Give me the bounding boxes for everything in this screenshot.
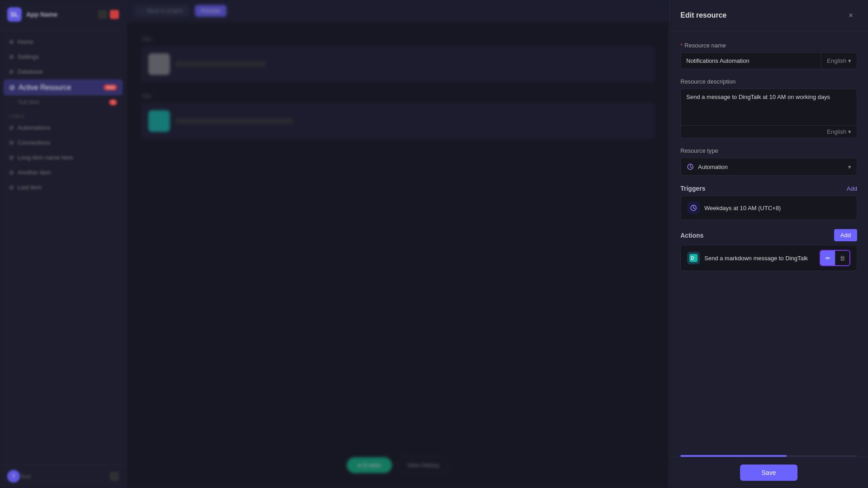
sidebar-logo: SL xyxy=(7,7,22,22)
chevron-down-icon: ▾ xyxy=(848,57,851,64)
actions-header: Actions Add xyxy=(680,229,857,241)
panel-title: Edit resource xyxy=(680,11,726,19)
sidebar-item-long[interactable]: ⊘ Long item name here xyxy=(4,150,123,164)
resource-description-textarea[interactable]: Send a message to DingTalk at 10 AM on w… xyxy=(681,89,857,125)
card-avatar-1 xyxy=(148,53,170,75)
action-dingtalk-icon: D xyxy=(687,252,700,264)
scrollbar-thumb xyxy=(680,455,787,457)
sidebar-item-active[interactable]: ⊘ Active Resource Add xyxy=(4,80,123,95)
close-button[interactable]: × xyxy=(844,9,857,22)
card-text-1 xyxy=(175,61,266,67)
action-delete-button[interactable]: 🗑 xyxy=(835,251,849,265)
triggers-add-link[interactable]: Add xyxy=(847,185,857,192)
resource-name-field-group: *Resource name English ▾ xyxy=(680,42,857,69)
main-bottom: ● Enable View History xyxy=(347,457,449,474)
resource-description-field-group: Resource description Send a message to D… xyxy=(680,78,857,138)
actions-add-button[interactable]: Add xyxy=(834,229,857,241)
action-item-buttons: ✏ 🗑 xyxy=(820,250,850,266)
panel-header: Edit resource × xyxy=(670,0,868,31)
resource-type-field-group: Resource type Automation ▾ xyxy=(680,147,857,176)
sidebar-item-automations[interactable]: ⊘ Automations xyxy=(4,121,123,135)
resource-type-chevron-icon: ▾ xyxy=(848,164,851,170)
sidebar-item-home[interactable]: ⊘ Home xyxy=(4,35,123,49)
triggers-label: Triggers xyxy=(680,185,705,192)
scrollbar-track xyxy=(680,455,857,457)
enable-button[interactable]: ● Enable xyxy=(347,457,392,473)
action-edit-button[interactable]: ✏ xyxy=(821,251,835,265)
resource-name-label: *Resource name xyxy=(680,42,857,49)
svg-text:D: D xyxy=(691,256,694,261)
card-section-2: Title: xyxy=(141,93,655,139)
sidebar-item-last[interactable]: ⊘ Last item xyxy=(4,180,123,194)
sidebar-nav: ⊘ Home ⊘ Settings ⊘ Database ⊘ Active Re… xyxy=(0,29,126,464)
section-label-1: Title: xyxy=(141,36,655,42)
trigger-item: Weekdays at 10 AM (UTC+8) xyxy=(680,196,857,220)
preview-button[interactable]: Preview xyxy=(195,5,227,17)
panel-footer: Save xyxy=(670,457,868,488)
resource-type-select[interactable]: Automation ▾ xyxy=(680,158,857,176)
sidebar-sub-badge: 1 xyxy=(109,99,117,105)
sidebar: SL App Name ⊘ Home ⊘ Settings ⊘ Database… xyxy=(0,0,127,488)
sidebar-item-another[interactable]: ⊘ Another item xyxy=(4,165,123,179)
resource-description-label: Resource description xyxy=(680,78,857,85)
sidebar-item-connections[interactable]: ⊘ Connections xyxy=(4,136,123,150)
action-btn-group: ✏ 🗑 xyxy=(820,250,850,266)
resource-type-label: Resource type xyxy=(680,147,857,154)
main-topbar: ← Back to project Preview xyxy=(127,0,669,22)
resource-description-textarea-wrapper: Send a message to DingTalk at 10 AM on w… xyxy=(680,89,857,138)
sidebar-user-name: Test xyxy=(20,473,31,480)
actions-label: Actions xyxy=(680,232,703,239)
section-label-2: Title: xyxy=(141,93,655,99)
back-button[interactable]: ← Back to project xyxy=(134,5,189,17)
sidebar-settings-icon[interactable] xyxy=(110,472,119,481)
main-content: ← Back to project Preview Title: Title: … xyxy=(127,0,669,488)
chevron-down-icon-desc: ▾ xyxy=(848,128,851,135)
card-section-1: Title: xyxy=(141,36,655,82)
resource-description-lang-select[interactable]: English ▾ xyxy=(681,125,857,138)
resource-name-input[interactable] xyxy=(681,53,821,69)
automation-icon xyxy=(686,163,694,171)
edit-panel: Edit resource × *Resource name English ▾… xyxy=(669,0,868,488)
save-button[interactable]: Save xyxy=(740,465,798,481)
actions-section: Actions Add D Send a markdown message to… xyxy=(680,229,857,271)
resource-name-row: English ▾ xyxy=(680,52,857,69)
action-item: D Send a markdown message to DingTalk ✏ … xyxy=(680,245,857,271)
history-button[interactable]: View History xyxy=(397,457,449,474)
panel-body: *Resource name English ▾ Resource descri… xyxy=(670,31,868,455)
sidebar-user-avatar: T xyxy=(7,470,20,483)
sidebar-header: SL App Name xyxy=(0,0,126,29)
card-avatar-2 xyxy=(148,110,170,132)
sidebar-item-database[interactable]: ⊘ Database xyxy=(4,65,123,79)
sidebar-app-name: App Name xyxy=(26,11,57,18)
resource-name-lang-select[interactable]: English ▾ xyxy=(821,53,857,69)
sidebar-item-settings[interactable]: ⊘ Settings xyxy=(4,50,123,64)
sidebar-badge: Add xyxy=(104,84,117,90)
trigger-item-label: Weekdays at 10 AM (UTC+8) xyxy=(704,205,781,211)
action-item-label: Send a markdown message to DingTalk xyxy=(704,255,808,262)
triggers-section: Triggers Add Weekdays at 10 AM (UTC+8) xyxy=(680,185,857,220)
card-text-2 xyxy=(175,118,293,124)
triggers-header: Triggers Add xyxy=(680,185,857,192)
trigger-clock-icon xyxy=(687,202,700,214)
sidebar-sub-item[interactable]: Sub item 1 xyxy=(4,96,123,108)
main-body: Title: Title: xyxy=(127,22,669,154)
sidebar-section: Links xyxy=(4,108,123,121)
card-item-2 xyxy=(141,103,655,139)
card-item-1 xyxy=(141,46,655,82)
sidebar-footer: T Test xyxy=(0,464,126,488)
